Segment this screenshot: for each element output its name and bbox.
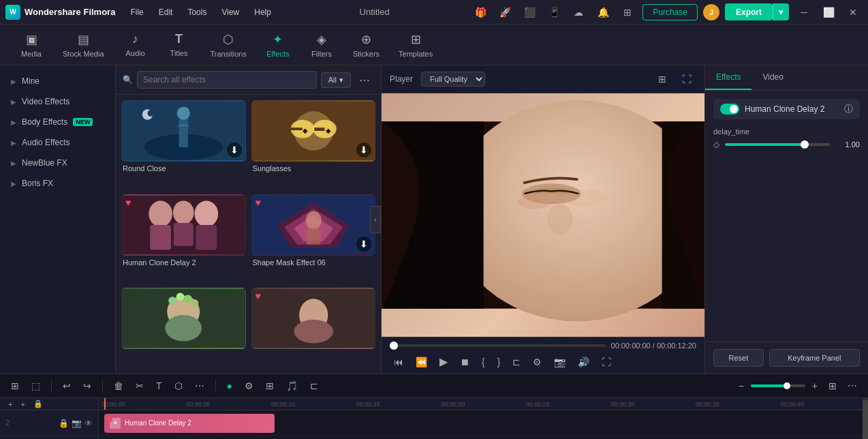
sidebar-item-newblue-fx[interactable]: ▶ NewBlue FX [0,153,115,173]
effect-card-round-close[interactable]: ⬇ Round Close [121,100,246,189]
sidebar-item-audio-effects[interactable]: ▶ Audio Effects [0,132,115,153]
scrollbar-thumb[interactable] [863,399,868,439]
maximize-icon[interactable]: ⬜ [819,3,838,22]
snapshot-button[interactable]: 📷 [550,355,570,369]
slider-thumb[interactable] [801,140,809,149]
export-dropdown-arrow[interactable]: ▾ [773,3,789,20]
toolbar-audio[interactable]: ♪ Audio [115,28,156,61]
quality-select[interactable]: Full Quality [421,72,485,87]
menu-file[interactable]: File [123,5,150,20]
tab-effects[interactable]: Effects [705,65,751,90]
split-view-icon[interactable]: ⊞ [653,70,672,89]
user-avatar[interactable]: J [703,4,719,20]
effect-toggle[interactable] [720,104,739,115]
toolbar-media[interactable]: ▣ Media [11,28,52,62]
clip-mark-button[interactable]: ⊏ [508,355,525,369]
fullscreen-icon[interactable]: ⛶ [677,70,696,89]
timeline-transition-button[interactable]: ⬡ [170,378,187,393]
menu-edit[interactable]: Edit [152,5,180,20]
play-button[interactable]: ▶ [435,354,452,369]
notification-icon[interactable]: 🔔 [593,3,613,22]
timeline-grid-button[interactable]: ⊞ [824,378,841,393]
fullscreen-ctrl-button[interactable]: ⛶ [598,355,615,369]
zoom-thumb[interactable] [784,382,790,389]
track-lock-icon-2[interactable]: 🔒 [59,419,69,428]
frame-back-button[interactable]: ⏪ [412,355,431,369]
timeline-more-button[interactable]: ⋯ [191,378,208,393]
mark-in-button[interactable]: { [478,355,489,369]
timeline-view-button[interactable]: ⬚ [27,378,44,393]
add-video-track-button[interactable]: + [18,399,27,409]
purchase-button[interactable]: Purchase [642,4,698,20]
mark-out-button[interactable]: } [493,355,505,369]
effect-card-shape-mask[interactable]: ♥ ⬇ Shape Mask Effect 06 [251,194,376,283]
zoom-out-button[interactable]: − [734,378,748,393]
cloud-icon[interactable]: ☁ [569,3,588,22]
effect-card-row3-1[interactable] [121,288,246,368]
timeline-undo-button[interactable]: ↩ [59,378,75,393]
more-options-button[interactable]: ⋯ [355,72,374,88]
timeline-scrollbar[interactable] [863,398,868,439]
sidebar-item-boris-fx[interactable]: ▶ Boris FX [0,173,115,194]
track-lock-button[interactable]: 🔒 [31,399,46,409]
timeline-delete-button[interactable]: 🗑 [110,378,127,393]
slider-track[interactable] [725,143,830,146]
timeline-options-button[interactable]: ⋯ [843,378,861,393]
collapse-panel-button[interactable]: ‹ [370,206,381,233]
gift-icon[interactable]: 🎁 [471,3,490,22]
scrubber-track[interactable] [390,344,606,347]
toolbar-templates[interactable]: ⊞ Templates [390,28,441,62]
export-button[interactable]: Export [725,3,773,20]
track-visible-icon-2[interactable]: 👁 [84,419,93,428]
minimize-icon[interactable]: ─ [794,3,813,22]
zoom-in-button[interactable]: + [808,378,822,393]
toolbar-effects[interactable]: ✦ Effects [258,28,298,62]
menu-tools[interactable]: Tools [181,5,213,20]
menu-view[interactable]: View [215,5,246,20]
keyframe-diamond-icon[interactable]: ◇ [713,140,719,149]
zoom-slider[interactable] [751,384,805,387]
phone-icon[interactable]: 📱 [544,3,563,22]
svg-point-20 [173,200,194,224]
grid-icon[interactable]: ⊞ [618,3,637,22]
upgrade-icon[interactable]: 🚀 [495,3,514,22]
timeline-text-button[interactable]: T [152,378,166,393]
toolbar-transitions[interactable]: ⬡ Transitions [202,28,255,62]
effect-card-human-clone[interactable]: ♥ Human Clone Delay 2 [121,194,246,283]
toolbar-filters[interactable]: ◈ Filters [301,28,342,62]
effect-card-sunglasses[interactable]: ◆ ◆ ⬇ Sunglasses [251,100,376,189]
sidebar-item-video-effects[interactable]: ▶ Video Effects [0,91,115,112]
keyframe-panel-button[interactable]: Keyframe Panel [769,349,860,367]
settings-button[interactable]: ⚙ [529,355,546,369]
scrubber-thumb[interactable] [390,342,398,350]
effect-info-icon[interactable]: ⓘ [844,103,853,115]
tab-video[interactable]: Video [751,65,794,90]
skip-back-button[interactable]: ⏮ [390,355,407,369]
timeline-magnet-button[interactable]: ⚙ [241,378,258,393]
timeline-snap-button[interactable]: ● [223,378,236,393]
timeline-cut-button[interactable]: ✂ [131,378,148,393]
stop-button[interactable]: ⏹ [456,355,474,369]
timeline-detach-button[interactable]: ⊏ [306,378,322,393]
timeline-add-track-button[interactable]: ⊞ [7,378,23,393]
toolbar-stock-media[interactable]: ▤ Stock Media [55,28,112,62]
timeline-redo-button[interactable]: ↪ [79,378,95,393]
menu-help[interactable]: Help [247,5,278,20]
track-camera-icon-2[interactable]: 📷 [72,419,82,428]
timeline-audio-button[interactable]: 🎵 [282,378,302,393]
sidebar-item-mine[interactable]: ▶ Mine [0,71,115,91]
sidebar-mine-label: Mine [22,76,40,86]
add-audio-track-button[interactable]: + [5,399,15,409]
close-icon[interactable]: ✕ [843,3,863,22]
sidebar-item-body-effects[interactable]: ▶ Body Effects NEW [0,112,115,132]
effect-card-row3-2[interactable]: ♥ [251,288,376,368]
toolbar-titles[interactable]: T Titles [159,28,200,61]
volume-button[interactable]: 🔊 [574,355,593,369]
screen-record-icon[interactable]: ⬛ [520,3,539,22]
filter-dropdown[interactable]: All ▾ [321,72,351,88]
timeline-clip-connect-button[interactable]: ⊞ [262,378,278,393]
reset-button[interactable]: Reset [713,349,764,367]
effect-clip-human-clone[interactable]: ✦ Human Clone Delay 2 [104,414,275,433]
toolbar-stickers[interactable]: ⊕ Stickers [345,28,388,62]
search-input[interactable] [137,71,317,89]
